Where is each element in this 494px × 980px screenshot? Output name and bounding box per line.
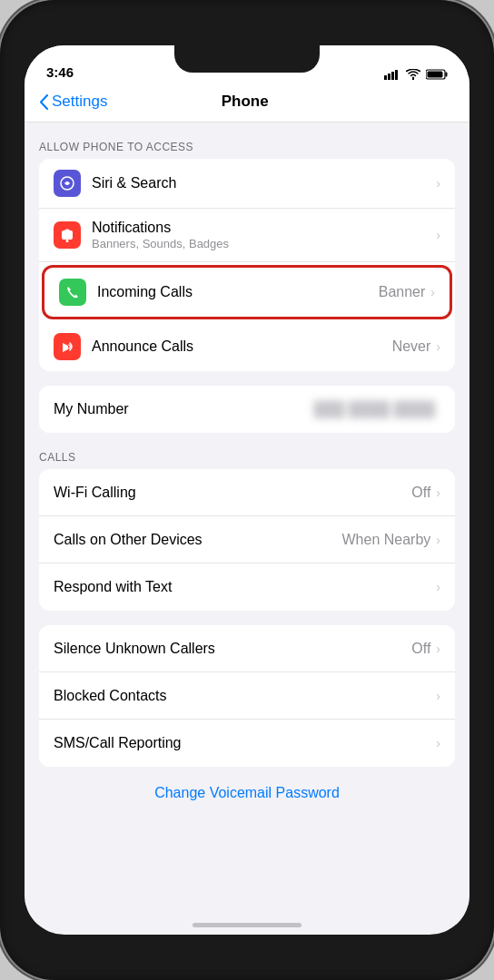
footer: Change Voicemail Password — [25, 767, 469, 819]
list-item-calls-other-devices[interactable]: Calls on Other Devices When Nearby › — [39, 516, 455, 564]
blocked-contacts-label: Blocked Contacts — [54, 688, 436, 704]
siri-icon — [54, 170, 81, 197]
allow-access-list: Siri & Search › Notifications — [39, 159, 455, 371]
announce-calls-label: Announce Calls — [92, 338, 392, 355]
wifi-icon — [406, 69, 420, 80]
list-item-blocked-contacts[interactable]: Blocked Contacts › — [39, 672, 455, 720]
my-number-text: My Number — [54, 401, 313, 417]
blocked-contacts-text: Blocked Contacts — [54, 688, 436, 704]
svg-rect-1 — [388, 74, 390, 80]
incoming-calls-text: Incoming Calls — [97, 284, 379, 300]
list-item-sms-reporting[interactable]: SMS/Call Reporting › — [39, 720, 455, 767]
silence-unknown-chevron-icon: › — [436, 642, 440, 656]
nav-bar: Settings Phone — [25, 85, 469, 122]
section-header-allow: ALLOW PHONE TO ACCESS — [25, 122, 469, 159]
status-time: 3:46 — [46, 64, 74, 80]
my-number-list: My Number ███ ████ ████ — [39, 386, 455, 433]
list-item-wifi-calling[interactable]: Wi-Fi Calling Off › — [39, 469, 455, 516]
status-icons — [384, 69, 448, 80]
blocked-contacts-chevron-icon: › — [436, 689, 440, 703]
calls-list: Wi-Fi Calling Off › Calls on Other Devic… — [39, 469, 455, 611]
list-item-siri-search[interactable]: Siri & Search › — [39, 159, 455, 209]
wifi-calling-value: Off — [411, 485, 430, 501]
svg-rect-6 — [428, 72, 443, 78]
announce-calls-value: Never — [392, 338, 431, 355]
siri-label: Siri & Search — [92, 175, 436, 191]
calls-other-devices-text: Calls on Other Devices — [54, 532, 342, 548]
incoming-calls-chevron-icon: › — [430, 285, 435, 299]
svg-rect-8 — [62, 230, 73, 240]
svg-rect-3 — [395, 70, 398, 80]
announce-calls-text: Announce Calls — [92, 338, 392, 355]
silence-unknown-label: Silence Unknown Callers — [54, 641, 411, 657]
calls-other-devices-chevron-icon: › — [436, 533, 440, 547]
list-item-incoming-calls[interactable]: Incoming Calls Banner › — [42, 265, 452, 319]
calls-other-devices-value: When Nearby — [342, 532, 431, 548]
notifications-text: Notifications Banners, Sounds, Badges — [92, 220, 436, 250]
silence-unknown-value: Off — [411, 641, 430, 657]
phone-screen: 3:46 — [25, 45, 469, 935]
change-voicemail-link[interactable]: Change Voicemail Password — [154, 785, 340, 800]
wifi-calling-chevron-icon: › — [436, 485, 440, 500]
my-number-label: My Number — [54, 401, 313, 417]
list-item-silence-unknown[interactable]: Silence Unknown Callers Off › — [39, 625, 455, 672]
notch — [174, 45, 320, 73]
notifications-icon — [54, 221, 81, 249]
incoming-calls-icon — [59, 279, 86, 306]
back-chevron-icon — [39, 94, 48, 110]
sms-reporting-label: SMS/Call Reporting — [54, 735, 436, 751]
notifications-sublabel: Banners, Sounds, Badges — [92, 237, 436, 250]
announce-calls-chevron-icon: › — [436, 339, 440, 354]
silence-unknown-text: Silence Unknown Callers — [54, 641, 411, 657]
siri-text: Siri & Search — [92, 175, 436, 191]
notifications-chevron-icon: › — [436, 228, 440, 242]
sms-reporting-chevron-icon: › — [436, 736, 440, 750]
back-button[interactable]: Settings — [39, 93, 107, 111]
list-item-announce-calls[interactable]: Announce Calls Never › — [39, 322, 455, 371]
incoming-calls-value: Banner — [379, 284, 426, 300]
notifications-label: Notifications — [92, 220, 436, 236]
signal-icon — [384, 69, 400, 80]
siri-chevron-icon: › — [436, 176, 440, 191]
content-scroll[interactable]: ALLOW PHONE TO ACCESS Siri & Search › — [25, 122, 469, 925]
incoming-calls-label: Incoming Calls — [97, 284, 379, 300]
respond-text-chevron-icon: › — [436, 580, 440, 594]
list-item-respond-text[interactable]: Respond with Text › — [39, 564, 455, 611]
announce-calls-icon — [54, 333, 81, 360]
svg-rect-5 — [446, 73, 448, 77]
list-item-notifications[interactable]: Notifications Banners, Sounds, Badges › — [39, 209, 455, 262]
battery-icon — [426, 69, 448, 80]
svg-rect-2 — [391, 72, 394, 80]
list-item-my-number[interactable]: My Number ███ ████ ████ — [39, 386, 455, 433]
svg-point-9 — [66, 240, 69, 242]
back-label: Settings — [52, 93, 107, 111]
home-indicator — [193, 923, 301, 927]
wifi-calling-text: Wi-Fi Calling — [54, 485, 411, 501]
privacy-list: Silence Unknown Callers Off › Blocked Co… — [39, 625, 455, 767]
section-header-calls: CALLS — [25, 433, 469, 469]
my-number-value: ███ ████ ████ — [313, 401, 435, 417]
phone-frame: 3:46 — [0, 0, 494, 980]
calls-other-devices-label: Calls on Other Devices — [54, 532, 342, 548]
wifi-calling-label: Wi-Fi Calling — [54, 485, 411, 501]
respond-text-text: Respond with Text — [54, 579, 436, 595]
page-title: Phone — [107, 93, 382, 111]
svg-marker-10 — [63, 343, 68, 352]
respond-text-label: Respond with Text — [54, 579, 436, 595]
svg-rect-0 — [384, 75, 387, 80]
sms-reporting-text: SMS/Call Reporting — [54, 735, 436, 751]
